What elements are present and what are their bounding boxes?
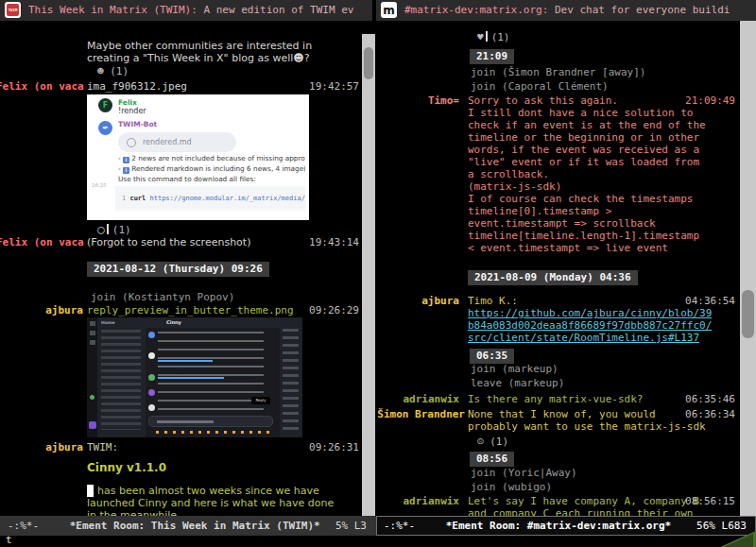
message-row: ajbura TWIM: 09:26:31 [0, 441, 362, 453]
left-scrollbar[interactable] [362, 34, 375, 516]
membership-event: join (wubigo) [471, 481, 740, 493]
embedded-text: Use this command to download all files: [118, 175, 305, 183]
message-heading: Cinny v1.1.0 [87, 462, 362, 474]
reaction-count: (1) [491, 31, 510, 43]
message-text: launched Cinny and here is what we have … [87, 497, 362, 509]
echo-area[interactable]: t [6, 534, 12, 546]
emacs-frame: TWIM This Week in Matrix (TWIM): A new e… [0, 0, 756, 547]
membership-event: join (markeup) [471, 363, 740, 375]
right-header-line: m #matrix-dev:matrix.org: Dev chat for e… [376, 0, 756, 21]
sender-name[interactable]: Šimon Brandner [376, 408, 465, 420]
message-text: creating a "This Week in X" blog as well… [87, 52, 362, 64]
reaction-count: (1) [110, 65, 129, 77]
message-text: I still dont have a nice solution to [468, 107, 740, 119]
message-text: None that I know of, you would [468, 408, 656, 420]
room-topic: Dev chat for everyone buildi [548, 4, 730, 16]
message-text: TWIM: [87, 441, 118, 453]
message-text: Sorry to ask this again. [468, 94, 740, 107]
sender-name[interactable]: Felix (on vaca [0, 236, 83, 248]
twim-room-avatar: TWIM [5, 2, 21, 18]
cinny-avatar [148, 352, 155, 359]
attached-image-cinny-screenshot[interactable]: Home Cinny Reply [87, 317, 302, 437]
matrix-dev-room-avatar: m [381, 2, 397, 18]
membership-event: join (Yoric|Away) [471, 467, 740, 479]
message-text: "live" event or if it was loaded from [468, 156, 740, 168]
attachment-filename[interactable]: reply_preview_in_butter_theme.png [87, 304, 294, 316]
message-row: adrianwix Let's say I have company A, co… [376, 495, 740, 507]
embedded-code-block: 1 curl https://gnome.modular.im/_matrix/… [115, 186, 305, 211]
timestamp: 19:43:14 [309, 236, 359, 248]
cinny-user-avatar [89, 421, 96, 429]
room-topic: A new edition of TWIM ev [198, 4, 354, 16]
embedded-sender: Felix [118, 98, 137, 107]
message-text: timeline[0].timestamp > [468, 205, 740, 217]
left-header-line: TWIM This Week in Matrix (TWIM): A new e… [0, 0, 372, 21]
modeline-flags: -:%*- [384, 520, 415, 532]
message-row: Felix (on vaca (Forgot to send the scree… [0, 236, 362, 248]
cinny-avatar [148, 332, 155, 338]
modeline-buffer-name: *Ement Room: #matrix-dev:matrix.org* [446, 520, 671, 532]
cinny-member-rows [283, 329, 299, 431]
cinny-online-dot [90, 395, 94, 400]
message-text: words, if the event was received as a [468, 144, 740, 156]
hollow-cursor [486, 31, 488, 42]
date-header: 2021-08-09 (Monday) 04:36 [468, 270, 638, 285]
cinny-rail-icons [90, 321, 95, 350]
sender-name[interactable]: ajbura [0, 441, 83, 453]
hyperlink[interactable]: b84a083d002deaa8f86689f97dbb887c27ffc0/ [468, 319, 740, 332]
sender-name[interactable]: adrianwix [376, 495, 459, 507]
hyperlink[interactable]: https://github.com/ajbura/cinny/blob/39 [468, 307, 740, 319]
reaction-pill[interactable]: ♥(1) [477, 31, 740, 43]
membership-event: leave (markeup) [471, 377, 740, 389]
hyperlink[interactable]: src/client/state/RoomTimeline.js#L137 [468, 332, 740, 344]
m-avatar-letter: m [383, 4, 395, 17]
reaction-pill[interactable]: ☹ (1) [477, 436, 740, 448]
cinny-avatar [148, 374, 155, 381]
left-scrollbar-thumb[interactable] [364, 47, 373, 79]
attached-image-rendered-md-screenshot[interactable]: F Felix !render ✒ TWIM-Bot rendered.md -… [87, 94, 309, 220]
message-text: event.timestampt => scrollback [468, 217, 740, 230]
sender-name[interactable]: Felix (on vaca [0, 80, 83, 93]
sender-name[interactable]: adrianwix [376, 393, 459, 405]
cinny-space-rail [87, 317, 97, 437]
message-text: a scrollback. [468, 168, 740, 180]
attachment-filename[interactable]: ima_f906312.jpeg [87, 80, 187, 93]
sender-name[interactable]: ajbura [0, 304, 83, 316]
cinny-link-bar [158, 377, 224, 379]
attachment-pill: rendered.md [118, 132, 236, 152]
message-text: It has been almost two weeks since we ha… [87, 485, 362, 497]
modeline-buffer-name: *Ement Room: This Week in Matrix (TWIM)* [70, 520, 320, 532]
right-scrollbar-thumb[interactable] [742, 290, 754, 338]
sender-name[interactable]: Timo= [376, 94, 459, 107]
message-text: I of course can check the timestamps [468, 193, 740, 205]
time-header-row: 06:35 [470, 349, 740, 361]
message-text: Is there any matrix-vue-sdk? [468, 393, 643, 405]
cinny-home-label: Home [101, 320, 115, 325]
message-row: ajbura reply_preview_in_butter_theme.png… [0, 304, 362, 316]
message-text: Maybe other communities are interested i… [87, 40, 362, 52]
timestamp: 06:35:46 [685, 393, 735, 405]
cinny-room-title: Cinny [166, 319, 181, 325]
reaction-count: (1) [112, 224, 131, 236]
left-chat-buffer: Maybe other communities are interested i… [0, 21, 362, 516]
twim-logo-icon: TWIM [7, 4, 19, 16]
timestamp: 09:26:31 [309, 441, 359, 453]
reaction-pill[interactable]: ○(1) [97, 223, 362, 235]
right-scrollbar[interactable] [740, 21, 756, 516]
right-chat-buffer: ♥(1) 21:09 join (Šimon Brandner [away]) … [376, 21, 740, 516]
cinny-link-bar [158, 360, 213, 362]
reaction-pill[interactable]: ☻ (1) [97, 65, 362, 77]
date-header-row: 2021-08-09 (Monday) 04:36 [468, 270, 740, 282]
message-row: Šimon Brandner None that I know of, you … [376, 408, 740, 420]
modeline-flags: -:%*- [8, 520, 39, 532]
cinny-avatar [148, 389, 155, 396]
message-text: (Forgot to send the screenshot) [87, 236, 250, 248]
sender-name[interactable]: ajbura [376, 295, 459, 307]
embedded-timestamp: 16:25 [92, 182, 107, 188]
time-header: 06:35 [470, 349, 514, 364]
message-text: timeline or the beginning or in other [468, 131, 740, 144]
message-text: probably want to use the matrix-js-sdk [468, 420, 740, 433]
cinny-member-list [280, 317, 302, 437]
time-header: 21:09 [470, 49, 514, 64]
cinny-message-lines [158, 332, 264, 411]
